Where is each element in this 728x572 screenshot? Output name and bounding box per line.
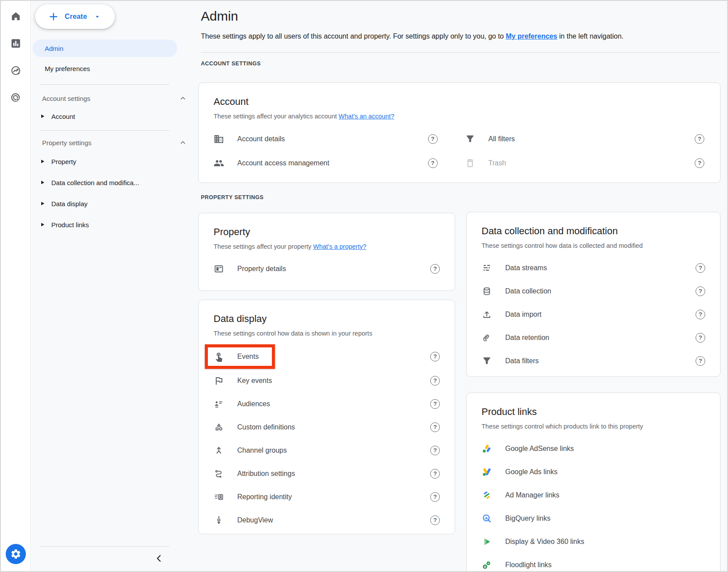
sidebar-item-product-links[interactable]: Product links — [31, 214, 198, 235]
collapse-sidebar-chevron-icon[interactable] — [152, 551, 167, 566]
product-links-card-title: Product links — [482, 406, 705, 418]
adsense-links-row[interactable]: Google AdSense links — [482, 437, 705, 460]
data-collection-card: Data collection and modification These s… — [466, 212, 721, 377]
data-display-card: Data display These settings control how … — [198, 300, 455, 534]
upload-icon — [482, 309, 492, 320]
data-streams-row[interactable]: Data streams ? — [482, 256, 705, 279]
explore-icon[interactable] — [10, 65, 21, 76]
data-display-card-title: Data display — [214, 313, 440, 325]
whats-a-property-link[interactable]: What's a property? — [313, 243, 366, 250]
attribution-settings-row[interactable]: Attribution settings ? — [214, 462, 440, 485]
reporting-identity-row[interactable]: Reporting identity ? — [214, 485, 440, 508]
custom-definitions-label: Custom definitions — [237, 423, 295, 431]
help-icon[interactable]: ? — [695, 134, 704, 144]
all-filters-row[interactable]: All filters ? — [465, 127, 705, 151]
channel-groups-row[interactable]: Channel groups ? — [214, 439, 440, 462]
advertising-icon[interactable] — [10, 92, 21, 104]
sidebar-item-admin-label: Admin — [45, 45, 64, 52]
sidebar-section-account-settings[interactable]: Account settings — [31, 90, 198, 107]
help-icon[interactable]: ? — [430, 469, 440, 479]
bar-chart-icon[interactable] — [10, 38, 21, 49]
admin-settings-gear-icon[interactable] — [6, 544, 26, 564]
touch-tap-icon — [214, 351, 224, 362]
id-card-list-icon — [214, 492, 224, 502]
sidebar-item-property[interactable]: Property — [31, 151, 198, 172]
data-collection-row[interactable]: Data collection ? — [482, 279, 705, 303]
account-card-subtitle-text: These settings affect your analytics acc… — [214, 113, 337, 120]
data-streams-icon — [482, 263, 492, 273]
channel-groups-label: Channel groups — [237, 447, 287, 454]
ga-admin-page: Create Admin My preferences Account sett… — [0, 0, 728, 572]
help-icon[interactable]: ? — [696, 333, 705, 343]
people-icon — [214, 158, 224, 168]
account-access-row[interactable]: Account access management ? — [214, 151, 438, 175]
dv360-links-label: Display & Video 360 links — [505, 538, 584, 546]
help-icon[interactable]: ? — [430, 446, 440, 455]
bigquery-links-label: BigQuery links — [505, 515, 550, 522]
help-icon[interactable]: ? — [430, 376, 440, 386]
audiences-row[interactable]: Audiences ? — [214, 392, 440, 415]
data-filters-row[interactable]: Data filters ? — [482, 349, 705, 372]
whats-an-account-link[interactable]: What's an account? — [339, 113, 394, 120]
debugview-row[interactable]: DebugView ? — [214, 508, 440, 532]
sidebar-section-account-settings-label: Account settings — [42, 95, 90, 102]
key-events-label: Key events — [237, 377, 272, 385]
dv360-links-row[interactable]: Display & Video 360 links — [482, 530, 705, 553]
help-icon[interactable]: ? — [430, 264, 440, 274]
attribution-path-icon — [214, 468, 224, 479]
debug-timeline-icon — [214, 515, 224, 526]
help-icon[interactable]: ? — [696, 356, 705, 366]
flag-icon — [214, 375, 224, 386]
admin-main-content: Admin These settings apply to all users … — [198, 1, 727, 571]
attribution-settings-label: Attribution settings — [237, 470, 295, 478]
events-highlight-box: Events — [205, 344, 275, 369]
data-collection-card-subtitle: These settings control how data is colle… — [482, 242, 705, 249]
help-icon[interactable]: ? — [428, 158, 438, 168]
expand-triangle-icon — [41, 181, 44, 184]
property-details-row[interactable]: Property details ? — [214, 257, 440, 280]
google-ads-links-row[interactable]: Google Ads links — [482, 460, 705, 483]
sidebar-item-product-links-label: Product links — [51, 221, 89, 229]
help-icon[interactable]: ? — [428, 134, 438, 144]
sidebar-item-account[interactable]: Account — [31, 107, 198, 126]
trash-icon — [465, 158, 475, 168]
help-icon[interactable]: ? — [430, 492, 440, 502]
expand-triangle-icon — [41, 223, 44, 226]
data-display-card-subtitle: These settings control how data is shown… — [214, 330, 440, 337]
sidebar-item-data-collection-label: Data collection and modifica... — [51, 179, 139, 186]
trash-label: Trash — [489, 159, 506, 167]
sidebar-section-property-settings-label: Property settings — [42, 139, 92, 147]
floodlight-links-row[interactable]: Floodlight links — [482, 553, 705, 572]
help-icon[interactable]: ? — [696, 263, 705, 273]
ad-manager-links-row[interactable]: Ad Manager links — [482, 483, 705, 507]
my-preferences-link[interactable]: My preferences — [506, 32, 557, 40]
help-icon[interactable]: ? — [695, 158, 704, 168]
data-import-row[interactable]: Data import ? — [482, 303, 705, 326]
sidebar-item-data-collection[interactable]: Data collection and modifica... — [31, 172, 198, 193]
events-label: Events — [237, 353, 259, 361]
key-events-row[interactable]: Key events ? — [214, 369, 440, 392]
help-icon[interactable]: ? — [430, 422, 440, 432]
help-icon[interactable]: ? — [430, 352, 440, 361]
bigquery-links-row[interactable]: BigQuery links — [482, 507, 705, 530]
help-icon[interactable]: ? — [430, 515, 440, 525]
custom-definitions-row[interactable]: Custom definitions ? — [214, 415, 440, 439]
help-icon[interactable]: ? — [430, 399, 440, 409]
sidebar-divider — [39, 130, 169, 131]
help-icon[interactable]: ? — [696, 286, 705, 296]
expand-triangle-icon — [41, 202, 44, 205]
help-icon[interactable]: ? — [696, 310, 705, 319]
account-details-row[interactable]: Account details ? — [214, 127, 438, 151]
sidebar-item-my-preferences[interactable]: My preferences — [31, 60, 198, 77]
sidebar-item-data-display[interactable]: Data display — [31, 193, 198, 214]
expand-triangle-icon — [41, 114, 44, 118]
sidebar-section-property-settings[interactable]: Property settings — [31, 134, 198, 151]
reporting-identity-label: Reporting identity — [237, 493, 292, 501]
account-card-subtitle: These settings affect your analytics acc… — [214, 113, 705, 120]
data-retention-row[interactable]: Data retention ? — [482, 326, 705, 349]
home-icon[interactable] — [10, 11, 21, 22]
chevron-down-icon — [93, 13, 101, 21]
create-button[interactable]: Create — [35, 4, 115, 29]
events-row[interactable]: Events ? — [214, 344, 440, 369]
sidebar-item-admin[interactable]: Admin — [32, 39, 177, 57]
